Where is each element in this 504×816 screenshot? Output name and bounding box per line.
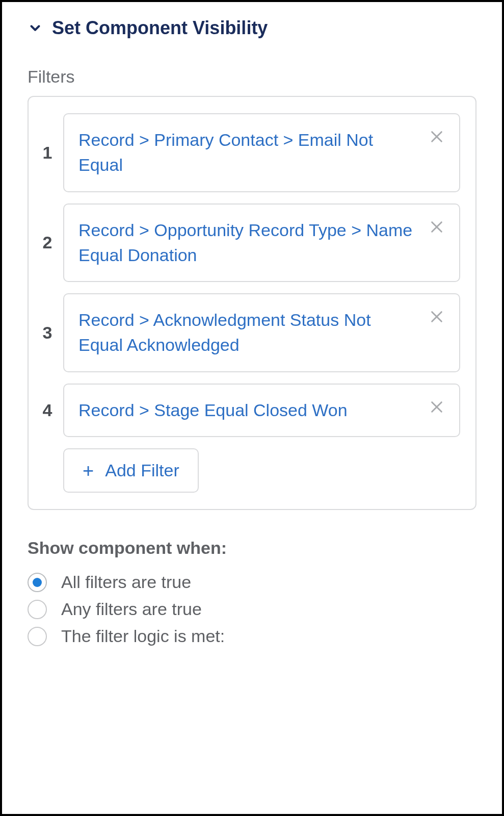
radio-button[interactable] (28, 627, 47, 646)
filter-row: 1 Record > Primary Contact > Email Not E… (39, 113, 460, 192)
filter-text: Record > Opportunity Record Type > Name … (78, 218, 418, 268)
radio-option-logic[interactable]: The filter logic is met: (28, 626, 476, 646)
radio-button[interactable] (28, 573, 47, 592)
radio-option-all[interactable]: All filters are true (28, 572, 476, 592)
add-filter-label: Add Filter (105, 461, 179, 480)
add-filter-button[interactable]: + Add Filter (63, 448, 199, 493)
plus-icon: + (83, 461, 94, 480)
section-header[interactable]: Set Component Visibility (28, 17, 476, 39)
filter-number: 3 (39, 323, 56, 343)
close-icon[interactable] (429, 399, 445, 417)
filter-row: 2 Record > Opportunity Record Type > Nam… (39, 203, 460, 283)
radio-label: Any filters are true (61, 599, 202, 619)
filter-number: 4 (39, 400, 56, 420)
filter-number: 1 (39, 143, 56, 163)
filter-number: 2 (39, 233, 56, 252)
filters-container: 1 Record > Primary Contact > Email Not E… (28, 96, 476, 510)
section-title: Set Component Visibility (52, 17, 268, 39)
filter-text: Record > Stage Equal Closed Won (78, 398, 348, 423)
show-when-label: Show component when: (28, 538, 476, 558)
radio-label: The filter logic is met: (61, 626, 225, 646)
filter-row: 4 Record > Stage Equal Closed Won (39, 384, 460, 437)
close-icon[interactable] (429, 129, 445, 147)
filter-box[interactable]: Record > Stage Equal Closed Won (63, 384, 460, 437)
filter-box[interactable]: Record > Opportunity Record Type > Name … (63, 203, 460, 283)
filters-label: Filters (28, 67, 476, 87)
radio-button[interactable] (28, 600, 47, 619)
close-icon[interactable] (429, 309, 445, 327)
filter-row: 3 Record > Acknowledgment Status Not Equ… (39, 293, 460, 372)
chevron-down-icon (28, 20, 43, 36)
filter-text: Record > Acknowledgment Status Not Equal… (78, 308, 418, 358)
radio-label: All filters are true (61, 572, 191, 592)
add-filter-row: + Add Filter (39, 448, 460, 493)
radio-group: All filters are true Any filters are tru… (28, 572, 476, 646)
close-icon[interactable] (429, 219, 445, 237)
filter-text: Record > Primary Contact > Email Not Equ… (78, 128, 418, 178)
filter-box[interactable]: Record > Acknowledgment Status Not Equal… (63, 293, 460, 372)
filter-box[interactable]: Record > Primary Contact > Email Not Equ… (63, 113, 460, 192)
radio-selected-dot (33, 578, 42, 587)
radio-option-any[interactable]: Any filters are true (28, 599, 476, 619)
